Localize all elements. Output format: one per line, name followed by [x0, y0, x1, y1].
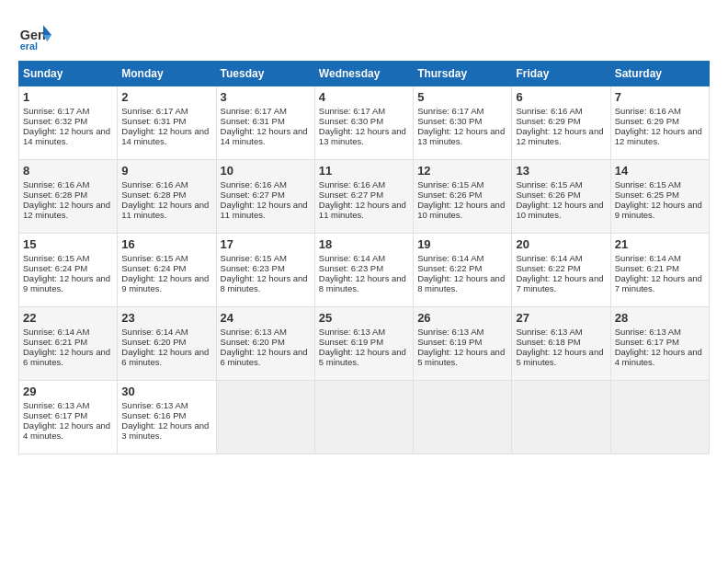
calendar-day-10: 10Sunrise: 6:16 AMSunset: 6:27 PMDayligh… — [216, 160, 314, 234]
calendar-day-11: 11Sunrise: 6:16 AMSunset: 6:27 PMDayligh… — [314, 160, 413, 234]
calendar-week-5: 29Sunrise: 6:13 AMSunset: 6:17 PMDayligh… — [19, 381, 710, 454]
sunrise-label: Sunrise: 6:16 AM — [516, 106, 582, 116]
day-number: 6 — [516, 90, 606, 104]
sunrise-label: Sunrise: 6:17 AM — [121, 106, 188, 116]
sunset-label: Sunset: 6:16 PM — [121, 410, 186, 420]
calendar-day-24: 24Sunrise: 6:13 AMSunset: 6:20 PMDayligh… — [216, 307, 314, 381]
day-number: 5 — [417, 90, 507, 104]
calendar-day-14: 14Sunrise: 6:15 AMSunset: 6:25 PMDayligh… — [610, 160, 709, 234]
day-number: 30 — [121, 385, 211, 398]
calendar-day-1: 1Sunrise: 6:17 AMSunset: 6:32 PMDaylight… — [19, 86, 118, 160]
calendar-day-26: 26Sunrise: 6:13 AMSunset: 6:19 PMDayligh… — [414, 307, 512, 381]
day-number: 24 — [221, 311, 311, 325]
sunrise-label: Sunrise: 6:14 AM — [319, 253, 385, 263]
calendar-day-15: 15Sunrise: 6:15 AMSunset: 6:24 PMDayligh… — [19, 234, 118, 307]
daylight-label: Daylight: 12 hours and 4 minutes. — [23, 420, 110, 441]
empty-day-cell — [512, 381, 610, 454]
sunset-label: Sunset: 6:28 PM — [121, 190, 186, 200]
calendar-day-22: 22Sunrise: 6:14 AMSunset: 6:21 PMDayligh… — [19, 307, 118, 381]
calendar-week-3: 15Sunrise: 6:15 AMSunset: 6:24 PMDayligh… — [19, 234, 710, 307]
col-friday: Friday — [512, 62, 610, 86]
sunrise-label: Sunrise: 6:13 AM — [516, 327, 582, 337]
sunset-label: Sunset: 6:28 PM — [23, 190, 87, 200]
sunset-label: Sunset: 6:18 PM — [516, 337, 580, 347]
daylight-label: Daylight: 12 hours and 4 minutes. — [615, 347, 702, 367]
daylight-label: Daylight: 12 hours and 10 minutes. — [516, 200, 603, 220]
sunrise-label: Sunrise: 6:16 AM — [23, 179, 89, 190]
sunset-label: Sunset: 6:30 PM — [319, 116, 383, 126]
calendar-day-30: 30Sunrise: 6:13 AMSunset: 6:16 PMDayligh… — [118, 381, 216, 454]
sunrise-label: Sunrise: 6:16 AM — [615, 106, 681, 116]
calendar-day-6: 6Sunrise: 6:16 AMSunset: 6:29 PMDaylight… — [512, 86, 610, 160]
sunset-label: Sunset: 6:26 PM — [516, 190, 580, 200]
calendar-day-8: 8Sunrise: 6:16 AMSunset: 6:28 PMDaylight… — [19, 160, 118, 234]
sunset-label: Sunset: 6:27 PM — [221, 190, 285, 200]
col-saturday: Saturday — [610, 62, 709, 86]
calendar-day-2: 2Sunrise: 6:17 AMSunset: 6:31 PMDaylight… — [118, 86, 216, 160]
col-thursday: Thursday — [414, 62, 512, 86]
sunset-label: Sunset: 6:17 PM — [23, 410, 87, 420]
logo: Gen eral — [18, 18, 53, 52]
daylight-label: Daylight: 12 hours and 12 minutes. — [516, 126, 603, 146]
daylight-label: Daylight: 12 hours and 13 minutes. — [319, 126, 406, 146]
day-number: 14 — [615, 164, 705, 178]
day-number: 1 — [23, 90, 113, 104]
calendar-day-17: 17Sunrise: 6:15 AMSunset: 6:23 PMDayligh… — [216, 234, 314, 307]
daylight-label: Daylight: 12 hours and 12 minutes. — [23, 200, 110, 220]
sunset-label: Sunset: 6:23 PM — [221, 263, 285, 273]
sunset-label: Sunset: 6:32 PM — [23, 116, 87, 126]
day-number: 27 — [516, 311, 606, 325]
daylight-label: Daylight: 12 hours and 12 minutes. — [615, 126, 702, 146]
daylight-label: Daylight: 12 hours and 5 minutes. — [516, 347, 603, 367]
day-number: 7 — [615, 90, 705, 104]
sunrise-label: Sunrise: 6:13 AM — [121, 400, 188, 410]
sunset-label: Sunset: 6:17 PM — [615, 337, 679, 347]
daylight-label: Daylight: 12 hours and 7 minutes. — [615, 273, 702, 293]
sunrise-label: Sunrise: 6:17 AM — [221, 106, 287, 116]
day-number: 18 — [319, 237, 409, 251]
sunset-label: Sunset: 6:19 PM — [319, 337, 383, 347]
daylight-label: Daylight: 12 hours and 11 minutes. — [121, 200, 209, 220]
sunrise-label: Sunrise: 6:15 AM — [121, 253, 188, 263]
daylight-label: Daylight: 12 hours and 11 minutes. — [221, 200, 308, 220]
daylight-label: Daylight: 12 hours and 8 minutes. — [417, 273, 505, 293]
day-number: 19 — [417, 237, 507, 251]
sunrise-label: Sunrise: 6:14 AM — [516, 253, 582, 263]
sunset-label: Sunset: 6:21 PM — [615, 263, 679, 273]
day-number: 11 — [319, 164, 409, 178]
calendar-week-4: 22Sunrise: 6:14 AMSunset: 6:21 PMDayligh… — [19, 307, 710, 381]
daylight-label: Daylight: 12 hours and 5 minutes. — [417, 347, 505, 367]
empty-day-cell — [314, 381, 413, 454]
sunset-label: Sunset: 6:23 PM — [319, 263, 383, 273]
daylight-label: Daylight: 12 hours and 7 minutes. — [516, 273, 603, 293]
calendar-day-20: 20Sunrise: 6:14 AMSunset: 6:22 PMDayligh… — [512, 234, 610, 307]
col-wednesday: Wednesday — [314, 62, 413, 86]
sunset-label: Sunset: 6:24 PM — [121, 263, 186, 273]
daylight-label: Daylight: 12 hours and 3 minutes. — [121, 420, 209, 441]
day-number: 29 — [23, 385, 113, 398]
sunset-label: Sunset: 6:30 PM — [417, 116, 482, 126]
day-number: 9 — [121, 164, 211, 178]
calendar-week-2: 8Sunrise: 6:16 AMSunset: 6:28 PMDaylight… — [19, 160, 710, 234]
sunrise-label: Sunrise: 6:14 AM — [121, 327, 188, 337]
sunrise-label: Sunrise: 6:13 AM — [319, 327, 385, 337]
day-number: 4 — [319, 90, 409, 104]
empty-day-cell — [414, 381, 512, 454]
sunset-label: Sunset: 6:22 PM — [417, 263, 482, 273]
sunset-label: Sunset: 6:24 PM — [23, 263, 87, 273]
daylight-label: Daylight: 12 hours and 8 minutes. — [221, 273, 308, 293]
sunrise-label: Sunrise: 6:15 AM — [615, 179, 681, 190]
calendar-day-27: 27Sunrise: 6:13 AMSunset: 6:18 PMDayligh… — [512, 307, 610, 381]
sunset-label: Sunset: 6:20 PM — [221, 337, 285, 347]
calendar-day-19: 19Sunrise: 6:14 AMSunset: 6:22 PMDayligh… — [414, 234, 512, 307]
calendar-day-28: 28Sunrise: 6:13 AMSunset: 6:17 PMDayligh… — [610, 307, 709, 381]
day-number: 17 — [221, 237, 311, 251]
day-number: 3 — [221, 90, 311, 104]
calendar-day-18: 18Sunrise: 6:14 AMSunset: 6:23 PMDayligh… — [314, 234, 413, 307]
sunset-label: Sunset: 6:31 PM — [221, 116, 285, 126]
calendar-day-3: 3Sunrise: 6:17 AMSunset: 6:31 PMDaylight… — [216, 86, 314, 160]
sunrise-label: Sunrise: 6:14 AM — [417, 253, 483, 263]
empty-day-cell — [610, 381, 709, 454]
daylight-label: Daylight: 12 hours and 9 minutes. — [121, 273, 209, 293]
sunset-label: Sunset: 6:31 PM — [121, 116, 186, 126]
